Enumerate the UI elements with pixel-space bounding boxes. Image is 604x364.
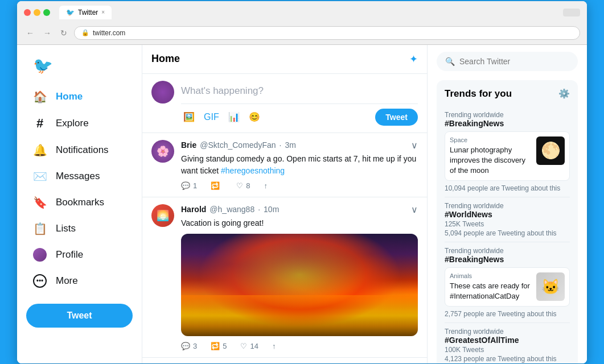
trend-card-category: Space xyxy=(450,136,532,143)
compose-placeholder[interactable]: What's happening? xyxy=(181,81,418,101)
compose-tweet-button[interactable]: Tweet xyxy=(375,109,418,126)
tweet-menu-btn[interactable]: ∨ xyxy=(411,140,418,151)
sidebar-item-profile[interactable]: Profile xyxy=(26,242,133,267)
search-icon: 🔍 xyxy=(445,57,455,66)
compose-box: What's happening? 🖼️ GIF 📊 😊 Tweet xyxy=(142,74,427,133)
sidebar-home-label: Home xyxy=(56,91,83,102)
tab-close-btn[interactable]: × xyxy=(101,9,105,15)
tweet-author: Harold @h_wang88 · 10m xyxy=(181,205,279,214)
list-item[interactable]: Trending worldwide #WorldNews 125K Tweet… xyxy=(445,197,570,242)
tweet-menu-btn[interactable]: ∨ xyxy=(411,204,418,215)
trend-extra: 5,094 people are Tweeting about this xyxy=(445,229,570,237)
envelope-icon: ✉️ xyxy=(33,169,47,183)
forward-button[interactable]: → xyxy=(41,27,54,39)
trend-card: Space Lunar photography improves the dis… xyxy=(445,131,570,181)
retweet-action[interactable]: 🔁 5 xyxy=(211,342,227,350)
tweet-time-val: 10m xyxy=(264,205,279,214)
like-action[interactable]: ♡ 8 xyxy=(236,181,250,190)
gear-icon[interactable]: ⚙️ xyxy=(558,88,570,99)
sidebar-explore-label: Explore xyxy=(56,118,89,129)
search-bar[interactable]: 🔍 xyxy=(437,52,578,71)
trends-title: Trends for you xyxy=(445,88,512,100)
tweet-text: Vacation is going great! xyxy=(181,217,418,229)
tweet-actions: 💬 3 🔁 5 ♡ 14 ↑ xyxy=(181,342,418,350)
heart-icon: ♡ xyxy=(236,181,243,190)
back-button[interactable]: ← xyxy=(24,27,36,39)
profile-icon xyxy=(33,248,47,262)
trends-box: Trends for you ⚙️ Trending worldwide #Br… xyxy=(437,80,578,363)
reply-action[interactable]: 💬 3 xyxy=(181,342,197,350)
compose-image-btn[interactable]: 🖼️ xyxy=(181,109,197,125)
retweet-count: 5 xyxy=(223,342,227,350)
sidebar-item-more[interactable]: ••• More xyxy=(26,268,133,293)
compose-actions: 🖼️ GIF 📊 😊 Tweet xyxy=(181,104,418,126)
tweet-content: Brie @Sktch_ComedyFan · 3m ∨ Giving stan… xyxy=(181,140,418,190)
retweet-action[interactable]: 🔁 xyxy=(211,181,223,190)
sidebar-profile-label: Profile xyxy=(56,249,83,260)
sidebar-bookmarks-label: Bookmarks xyxy=(56,197,104,208)
reply-action[interactable]: 💬 1 xyxy=(181,181,197,190)
trend-extra: 4,123 people are Tweeting about this xyxy=(445,355,570,363)
sidebar-logo[interactable]: 🐦 xyxy=(26,52,133,80)
address-bar[interactable]: 🔒 twitter.com xyxy=(74,26,580,40)
bookmark-icon: 🔖 xyxy=(33,196,47,209)
url-text: twitter.com xyxy=(93,29,125,37)
like-count: 14 xyxy=(250,342,258,350)
trend-name: #BreakingNews xyxy=(445,119,570,128)
compose-emoji-btn[interactable]: 😊 xyxy=(246,109,262,125)
compose-poll-btn[interactable]: 📊 xyxy=(226,109,242,125)
sparkle-icon[interactable]: ✦ xyxy=(409,53,418,65)
dot-green[interactable] xyxy=(43,9,50,16)
list-item[interactable]: Trending worldwide #BreakingNews Animals… xyxy=(445,242,570,323)
avatar: 🌸 xyxy=(151,140,174,163)
trend-card-category: Animals xyxy=(450,272,532,279)
trend-count: 100K Tweets xyxy=(445,346,570,354)
sidebar-notifications-label: Notifications xyxy=(56,144,109,156)
refresh-button[interactable]: ↻ xyxy=(58,27,69,39)
compose-gif-btn[interactable]: GIF xyxy=(202,109,221,125)
search-input[interactable] xyxy=(459,57,569,66)
list-item[interactable]: Trending worldwide #GreatestOfAllTime 10… xyxy=(445,323,570,363)
trend-count: 125K Tweets xyxy=(445,220,570,228)
tweet-hashtag-link[interactable]: #heregoesnothing xyxy=(221,166,285,175)
sidebar-more-label: More xyxy=(56,275,78,287)
reply-count: 1 xyxy=(193,181,197,190)
share-icon: ↑ xyxy=(264,181,268,190)
sidebar-item-bookmarks[interactable]: 🔖 Bookmarks xyxy=(26,190,133,215)
home-icon: 🏠 xyxy=(33,90,47,104)
sidebar-messages-label: Messages xyxy=(56,171,100,182)
sidebar-item-notifications[interactable]: 🔔 Notifications xyxy=(26,138,133,163)
right-sidebar: 🔍 Trends for you ⚙️ Trending worldwide #… xyxy=(428,45,587,363)
browser-scrollbar xyxy=(563,9,580,16)
heart-icon: ♡ xyxy=(240,342,247,350)
dot-red[interactable] xyxy=(24,9,31,16)
browser-tab[interactable]: 🐦 Twitter × xyxy=(59,6,112,19)
author-name: Harold xyxy=(181,205,206,214)
feed-title: Home xyxy=(151,53,180,65)
share-action[interactable]: ↑ xyxy=(272,342,276,350)
sidebar-item-lists[interactable]: 📋 Lists xyxy=(26,216,133,241)
avatar: 🌅 xyxy=(151,204,174,227)
dot-yellow[interactable] xyxy=(34,9,40,16)
tweet-text: Giving standup comedy a go. Open mic sta… xyxy=(181,153,418,177)
browser-window: 🐦 Twitter × ← → ↻ 🔒 twitter.com 🐦 🏠 Home xyxy=(17,1,587,363)
tweet-header: Brie @Sktch_ComedyFan · 3m ∨ xyxy=(181,140,418,151)
app-layout: 🐦 🏠 Home # Explore 🔔 Notifications ✉️ Me… xyxy=(17,45,587,363)
compose-avatar xyxy=(151,81,174,104)
tweet-actions: 💬 1 🔁 ♡ 8 ↑ xyxy=(181,181,418,190)
moon-image: 🌕 xyxy=(536,136,565,165)
sidebar-item-messages[interactable]: ✉️ Messages xyxy=(26,164,133,189)
tweet-time: · xyxy=(280,140,282,150)
sidebar-item-home[interactable]: 🏠 Home xyxy=(26,84,133,109)
share-action[interactable]: ↑ xyxy=(264,181,268,190)
browser-chrome: 🐦 Twitter × ← → ↻ 🔒 twitter.com xyxy=(17,1,587,45)
tweet-time-val: 3m xyxy=(285,140,295,150)
trend-category: Trending worldwide xyxy=(445,202,570,210)
trend-count: 10,094 people are Tweeting about this xyxy=(445,184,570,192)
like-action[interactable]: ♡ 14 xyxy=(240,342,258,350)
reply-icon: 💬 xyxy=(181,181,190,190)
explore-icon: # xyxy=(33,116,47,131)
sidebar-item-explore[interactable]: # Explore xyxy=(26,110,133,136)
list-item[interactable]: Trending worldwide #BreakingNews Space L… xyxy=(445,106,570,198)
sidebar-tweet-button[interactable]: Tweet xyxy=(26,304,133,328)
